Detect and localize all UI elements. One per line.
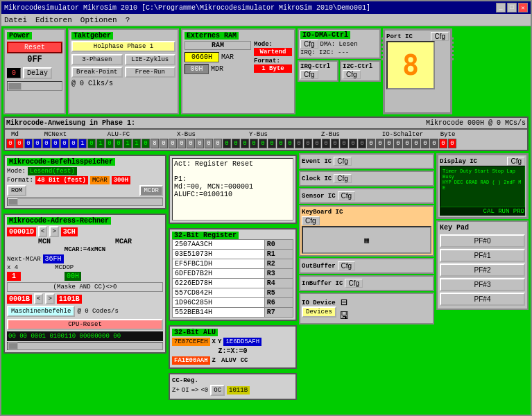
inbuffer-cfg[interactable]: Cfg (345, 279, 363, 288)
cpu-reset-btn[interactable]: CPU-Reset (7, 319, 163, 330)
mikrocode-befehl-title: Mikrocode-Befehlsspeicher (7, 158, 115, 166)
yb-bit6: 0 (277, 139, 285, 148)
keyboard-ic-chip: ▦ (302, 226, 431, 254)
minimize-button[interactable]: _ (496, 3, 506, 12)
clock-cfg[interactable]: Cfg (334, 174, 352, 183)
z-eq-label: Z:=X:=0 (172, 347, 293, 355)
outbuffer-panel: OutBuffer Cfg (299, 258, 434, 274)
display-ic-title: Display IC (440, 158, 477, 165)
taktgeber-title: Taktgeber (71, 32, 113, 40)
i2c-cfg[interactable]: Cfg (343, 70, 361, 79)
display-ic-panel: Display IC Cfg Timer Duty Start Stop Lap… (436, 153, 529, 219)
close-button[interactable]: ✕ (518, 3, 528, 12)
delay-button[interactable]: Delay (23, 67, 52, 79)
r5-val: 557CD842H (173, 288, 265, 298)
rom-button[interactable]: ROM (7, 185, 26, 196)
io-dma-cfg[interactable]: Cfg (300, 40, 318, 49)
next-addr: 3CH (61, 227, 78, 236)
adress-title: Mikrocode-Adress-Rechner (7, 217, 111, 225)
display-line2: HYP DEC GRAD RAD ( ) 2ndF M E (443, 180, 522, 191)
power-scrollbar[interactable] (7, 81, 62, 91)
i2c-title: I2C-Ctrl (343, 63, 378, 70)
port-ic-value: 8 (402, 49, 419, 81)
pf2-button[interactable]: PF#2 (440, 263, 525, 277)
microcode-instr-bar: Mikrocode-Anweisung in Phase 1: Mikrocod… (3, 116, 529, 130)
pf4-button[interactable]: PF#4 (440, 293, 525, 306)
alufc-label: ALU-FC (108, 131, 130, 138)
alu-z-val: FA1E00AAH (172, 356, 210, 365)
devices-btn[interactable]: Devices (302, 306, 336, 318)
mcn-bit5: 0 (69, 139, 78, 148)
i2c-panel: I2C-Ctrl Cfg (340, 60, 381, 82)
io-bit1: 0 (376, 139, 384, 148)
display-ic-cfg[interactable]: Cfg (507, 157, 525, 166)
maximize-button[interactable]: □ (507, 3, 517, 12)
io-bit7: 0 (430, 139, 438, 148)
r1-val: 03E51073H (173, 250, 265, 259)
menu-editoren[interactable]: Editoren (35, 16, 72, 24)
reg32-table: 2507AA3CH R0 03E51073H R1 EF5FBC1DH R2 (172, 239, 293, 318)
lie-zyklus-button[interactable]: LIE-Zyklus (125, 54, 176, 65)
gt-btn[interactable]: > (49, 226, 58, 237)
reset-button[interactable]: Reset (7, 42, 62, 53)
pf3-button[interactable]: PF#3 (440, 278, 525, 291)
irq-cfg[interactable]: Cfg (300, 70, 318, 79)
keyboard-cfg[interactable]: Cfg (302, 216, 320, 225)
z-plus: Z+ (172, 387, 180, 394)
mcdr-button[interactable]: MCDR (139, 185, 163, 196)
r4-val: 6226ED78H (173, 279, 265, 288)
io-dma-title: IO-DMA-Ctrl (300, 31, 350, 39)
z-label: Z (212, 357, 216, 364)
oc-btn[interactable]: OC (210, 385, 225, 396)
port-ic-display: 8 (386, 41, 435, 89)
sensor-cfg[interactable]: Cfg (338, 191, 356, 200)
alu-bit0: 0 (87, 139, 96, 148)
alu32-section: 32-Bit ALU 7E07CEFEH X Y 1E6DD5AFH Z:=X:… (169, 325, 297, 369)
act-register-title: Act: Register Reset (174, 160, 253, 168)
mcode-label[interactable]: Maschinenbefehle (7, 306, 75, 317)
outbuffer-title: OutBuffer (302, 263, 336, 270)
xb-bit4: 0 (187, 139, 195, 148)
md-bit1: 0 (15, 139, 24, 148)
table-row: 2507AA3CH R0 (173, 240, 293, 250)
zb-bit0: 0 (295, 139, 303, 148)
pf1-button[interactable]: PF#1 (440, 249, 525, 262)
menu-bar: Datei Editoren Optionen ? (1, 14, 531, 26)
table-row: 1D96C285H R6 (173, 298, 293, 308)
break-point-button[interactable]: Break-Point (71, 67, 123, 78)
byte-label: Byte (440, 131, 456, 138)
act-register-text[interactable]: Act: Register Reset P1: Md:=00, MCN:=000… (172, 158, 293, 220)
menu-help[interactable]: ? (126, 16, 130, 24)
left-column: Mikrocode-Befehlsspeicher Mode: Lesend(f… (3, 153, 166, 416)
cond-gt-btn[interactable]: > (45, 293, 54, 304)
xb-bit6: 0 (205, 139, 213, 148)
adress-scrollbar[interactable] (7, 342, 163, 350)
zb-bit3: 0 (322, 139, 330, 148)
xbus-label: X-Bus (177, 131, 196, 138)
lt-btn[interactable]: < (38, 226, 47, 237)
mcar-label: MCAR (90, 176, 110, 184)
irq-panel: IRQ-Ctrl Cfg (298, 60, 338, 82)
drei-phasen-button[interactable]: 3-Phasen (71, 54, 123, 65)
ybus-label: Y-Bus (249, 131, 268, 138)
outbuffer-cfg[interactable]: Cfg (338, 261, 356, 270)
befehl-scrollbar[interactable] (7, 198, 163, 206)
holphase-button[interactable]: Holphase Phase 1 (71, 41, 175, 52)
byte-bit0: 0 (439, 139, 447, 148)
menu-optionen[interactable]: Optionen (80, 16, 117, 24)
port-ic-cfg[interactable]: Cfg (431, 32, 449, 41)
xb-bit0: 8 (151, 139, 159, 148)
menu-datei[interactable]: Datei (4, 16, 27, 24)
irq-i2c-area: IRQ-Ctrl Cfg I2C-Ctrl Cfg (298, 60, 381, 82)
pf0-button[interactable]: PF#0 (440, 234, 525, 248)
act-register-section: Act: Register Reset P1: Md:=00, MCN:=000… (169, 155, 297, 224)
r5-name: R5 (264, 288, 293, 298)
mcar-label2: MCAR (115, 238, 132, 245)
cond-lt-btn[interactable]: < (34, 293, 43, 304)
xb-bit2: 0 (169, 139, 177, 148)
free-run-button[interactable]: Free-Run (125, 67, 176, 78)
mcnext-label: MCNext (44, 131, 67, 138)
bottom-row: Mikrocode-Befehlsspeicher Mode: Lesend(f… (1, 151, 531, 416)
xb-bit7: 0 (214, 139, 222, 148)
event-cfg[interactable]: Cfg (334, 157, 352, 166)
